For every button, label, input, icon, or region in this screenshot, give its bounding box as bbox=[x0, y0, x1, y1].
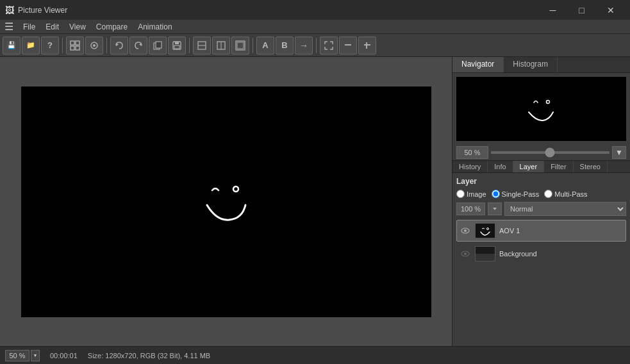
multi-pass-radio-label[interactable]: Multi-Pass bbox=[544, 190, 587, 198]
svg-rect-23 bbox=[490, 80, 593, 138]
image-canvas bbox=[21, 87, 431, 317]
layer-name-aov1: AOV 1 bbox=[499, 227, 520, 235]
smiley-image bbox=[188, 163, 265, 240]
menu-animation[interactable]: Animation bbox=[133, 20, 177, 33]
svg-rect-0 bbox=[70, 41, 74, 45]
opacity-stepper[interactable] bbox=[488, 203, 502, 215]
zoom-in-button[interactable] bbox=[339, 37, 357, 54]
layout-button[interactable] bbox=[66, 37, 84, 54]
status-info: Size: 1280x720, RGB (32 Bit), 4.11 MB bbox=[88, 352, 210, 360]
save-button[interactable]: 💾 bbox=[3, 37, 21, 54]
svg-rect-2 bbox=[70, 46, 74, 50]
layer-radio-row: Image Single-Pass Multi-Pass bbox=[456, 190, 626, 198]
svg-rect-12 bbox=[174, 46, 179, 49]
view-button[interactable] bbox=[85, 37, 103, 54]
image-radio[interactable] bbox=[456, 190, 465, 198]
layer-list: AOV 1 Background bbox=[456, 220, 626, 265]
svg-rect-1 bbox=[76, 41, 79, 45]
title-bar: 🖼 Picture Viewer ─ □ ✕ bbox=[0, 0, 630, 20]
svg-rect-32 bbox=[476, 254, 495, 261]
svg-rect-21 bbox=[366, 42, 367, 49]
menu-file[interactable]: File bbox=[18, 20, 40, 33]
hamburger-menu[interactable]: ☰ bbox=[3, 21, 15, 33]
navigator-preview bbox=[456, 77, 626, 141]
zoom-input[interactable]: 50 % bbox=[456, 146, 488, 159]
filter-tab[interactable]: Filter bbox=[544, 161, 573, 172]
single-pass-radio-label[interactable]: Single-Pass bbox=[492, 190, 540, 198]
layer-thumb-aov1 bbox=[475, 223, 495, 238]
layer-eye-aov1[interactable] bbox=[460, 225, 471, 236]
toolbar-sep-1 bbox=[62, 38, 63, 53]
maximize-button[interactable]: □ bbox=[567, 0, 596, 20]
toolbar-group-1: 💾 📁 ? bbox=[3, 37, 59, 54]
undo-button[interactable] bbox=[110, 37, 128, 54]
toolbar-group-3 bbox=[110, 37, 186, 54]
split-view-button[interactable] bbox=[212, 37, 230, 54]
zoom-slider[interactable] bbox=[491, 151, 609, 154]
save-disk-button[interactable] bbox=[168, 37, 186, 54]
history-tab[interactable]: History bbox=[452, 161, 488, 172]
image-copy-button[interactable] bbox=[149, 37, 167, 54]
svg-point-5 bbox=[93, 44, 95, 47]
display-mode-button[interactable] bbox=[193, 37, 211, 54]
zoom-out-button[interactable] bbox=[358, 37, 376, 54]
arrow-button[interactable]: → bbox=[295, 37, 313, 54]
image-radio-label[interactable]: Image bbox=[456, 190, 486, 198]
stereo-tab[interactable]: Stereo bbox=[574, 161, 608, 172]
multi-pass-radio[interactable] bbox=[544, 190, 552, 198]
layer-eye-background[interactable] bbox=[460, 248, 471, 260]
main-layout: Navigator Histogram 50 % ▼ History Info … bbox=[0, 57, 630, 346]
status-zoom-arrow[interactable]: ▼ bbox=[31, 350, 40, 361]
histogram-tab[interactable]: Histogram bbox=[504, 57, 558, 72]
frame-button[interactable] bbox=[231, 37, 249, 54]
channel-b-button[interactable]: B bbox=[276, 37, 294, 54]
redo-button[interactable] bbox=[129, 37, 147, 54]
svg-marker-6 bbox=[116, 43, 119, 46]
svg-rect-11 bbox=[175, 42, 179, 44]
toolbar-sep-5 bbox=[316, 38, 317, 53]
layer-item-aov1[interactable]: AOV 1 bbox=[456, 220, 626, 242]
status-timecode: 00:00:01 bbox=[50, 352, 78, 360]
menu-edit[interactable]: Edit bbox=[40, 20, 64, 33]
nav-preview-image bbox=[490, 80, 593, 138]
blend-mode-select[interactable]: Normal Multiply Screen Overlay bbox=[504, 202, 626, 216]
svg-rect-9 bbox=[156, 42, 162, 48]
status-zoom-input[interactable] bbox=[5, 350, 29, 361]
layer-title: Layer bbox=[456, 177, 626, 186]
zoom-row: 50 % ▼ bbox=[452, 145, 630, 160]
fit-button[interactable] bbox=[320, 37, 338, 54]
menu-view[interactable]: View bbox=[64, 20, 91, 33]
open-button[interactable]: 📁 bbox=[22, 37, 40, 54]
menu-compare[interactable]: Compare bbox=[91, 20, 133, 33]
toolbar-sep-4 bbox=[253, 38, 253, 53]
layer-opacity-row: 100 % Normal Multiply Screen Overlay bbox=[456, 202, 626, 216]
layer-tab[interactable]: Layer bbox=[513, 161, 545, 172]
window-controls: ─ □ ✕ bbox=[538, 0, 625, 20]
navigator-tabs: Navigator Histogram bbox=[452, 57, 630, 73]
layer-name-background: Background bbox=[499, 250, 537, 258]
channel-a-button[interactable]: A bbox=[256, 37, 274, 54]
canvas-area[interactable] bbox=[0, 57, 452, 346]
svg-point-26 bbox=[464, 229, 467, 232]
toolbar-group-5: A B → bbox=[256, 37, 313, 54]
help-button[interactable]: ? bbox=[41, 37, 59, 54]
navigator-tab[interactable]: Navigator bbox=[452, 57, 504, 72]
svg-rect-18 bbox=[237, 42, 244, 49]
minimize-button[interactable]: ─ bbox=[538, 0, 567, 20]
single-pass-radio[interactable] bbox=[492, 190, 500, 198]
close-button[interactable]: ✕ bbox=[596, 0, 625, 20]
zoom-dropdown[interactable]: ▼ bbox=[612, 146, 626, 159]
opacity-input[interactable]: 100 % bbox=[456, 203, 485, 215]
svg-rect-19 bbox=[345, 44, 351, 46]
toolbar: 💾 📁 ? bbox=[0, 34, 630, 57]
app-icon: 🖼 bbox=[5, 5, 14, 15]
svg-rect-27 bbox=[476, 224, 495, 238]
app-title: Picture Viewer bbox=[18, 6, 538, 15]
layer-item-background[interactable]: Background bbox=[456, 243, 626, 265]
right-panel: Navigator Histogram 50 % ▼ History Info … bbox=[452, 57, 630, 346]
svg-marker-7 bbox=[139, 43, 142, 46]
info-tab[interactable]: Info bbox=[488, 161, 513, 172]
toolbar-group-6 bbox=[320, 37, 376, 54]
toolbar-group-2 bbox=[66, 37, 103, 54]
info-tabs: History Info Layer Filter Stereo bbox=[452, 160, 630, 173]
